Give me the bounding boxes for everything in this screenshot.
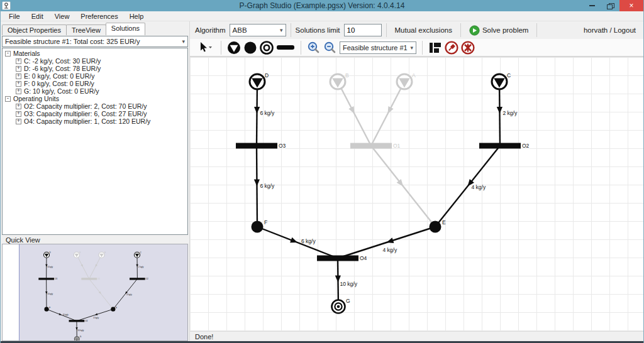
graph-node-c[interactable]: C <box>492 72 511 89</box>
collapse-icon[interactable]: - <box>5 96 11 102</box>
algorithm-value: ABB <box>233 26 247 34</box>
solution-selector-value: Feasible structure #1: Total cost: 325 E… <box>5 38 140 45</box>
graph-node-f[interactable]: F <box>44 307 50 312</box>
expand-icon[interactable]: + <box>16 58 21 64</box>
quick-view-panel: 6 kg/y6 kg/y2 kg/y4 kg/y6 kg/y4 kg/y10 k… <box>2 244 188 341</box>
select-tool-button[interactable] <box>195 40 216 55</box>
structure-select[interactable]: Feasible structure #1 ▾ <box>340 41 416 54</box>
algorithm-label: Algorithm <box>195 26 226 34</box>
user-logout-link[interactable]: horvath / Logout <box>584 26 636 34</box>
tree-item[interactable]: +F: 0 kg/y, Cost: 0 EUR/y <box>5 80 187 87</box>
graph-node-o2[interactable]: O2 <box>130 278 148 280</box>
zoom-out-button[interactable] <box>322 40 338 55</box>
menu-preferences[interactable]: Preferences <box>75 13 123 20</box>
graph-node-o1[interactable]: O1 <box>350 143 401 149</box>
menu-edit[interactable]: Edit <box>26 13 49 20</box>
graph-node-f[interactable]: F <box>252 219 268 233</box>
graph-node-o1[interactable]: O1 <box>81 278 100 280</box>
node-label: O2 <box>522 143 530 149</box>
node-label: G <box>346 298 350 304</box>
operating-unit-tool-button[interactable] <box>275 40 296 55</box>
graph-node-a[interactable]: A <box>99 251 106 258</box>
graph-node-c[interactable]: C <box>135 251 142 258</box>
node-label: C <box>140 251 142 254</box>
graph-node-b[interactable]: B <box>74 251 80 258</box>
edge-flow-label: 6 kg/y <box>63 313 69 316</box>
edge-flow-label: 6 kg/y <box>48 293 53 295</box>
tree-item[interactable]: +C: -2 kg/y, Cost: 30 EUR/y <box>5 57 187 65</box>
product-material-tool-button[interactable] <box>258 40 275 55</box>
mutual-exclusions-button[interactable]: Mutual exclusions <box>391 24 456 36</box>
graph-node-g[interactable]: G <box>332 298 350 313</box>
menu-view[interactable]: View <box>49 13 75 20</box>
tree-item[interactable]: -Materials <box>5 50 187 57</box>
solver-toolbar: Algorithm ABB ▾ Solutions limit Mutual e… <box>190 21 643 39</box>
toolbar-separator <box>301 41 301 55</box>
graph-node-d[interactable]: D <box>250 72 269 89</box>
tree-item[interactable]: -Operating Units <box>5 95 187 102</box>
expand-icon[interactable]: + <box>16 111 21 117</box>
tree-item[interactable]: +E: 0 kg/y, Cost: 0 EUR/y <box>5 72 187 80</box>
graph-node-b[interactable]: B <box>330 72 349 89</box>
expand-icon[interactable]: + <box>16 66 21 72</box>
toolbar-separator <box>422 41 423 55</box>
graph-node-a[interactable]: A <box>397 72 416 89</box>
app-window: P-Graph Studio (Example.pgsx) Version: 4… <box>0 0 644 343</box>
tree-item-label: D: -6 kg/y, Cost: 78 EUR/y <box>24 65 101 72</box>
structure-list-button[interactable] <box>427 40 443 55</box>
graph-node-o2[interactable]: O2 <box>479 143 530 149</box>
product-material-icon <box>260 41 274 55</box>
graph-node-o4[interactable]: O4 <box>317 255 367 261</box>
pin-structure-button[interactable] <box>443 40 460 55</box>
maximize-button[interactable] <box>601 0 619 11</box>
tree-item[interactable]: +G: 10 kg/y, Cost: 0 EUR/y <box>5 87 187 95</box>
tree-item[interactable]: +O4: Capacity multiplier: 1, Cost: 120 E… <box>5 117 187 125</box>
minimize-button[interactable] <box>583 0 601 11</box>
close-icon: × <box>629 1 633 10</box>
expand-icon[interactable]: + <box>16 89 21 94</box>
quick-view-canvas[interactable]: 6 kg/y6 kg/y2 kg/y4 kg/y6 kg/y4 kg/y10 k… <box>19 244 187 340</box>
tree-item[interactable]: +O3: Capacity multiplier: 6, Cost: 27 EU… <box>5 110 187 117</box>
raw-material-icon <box>227 41 241 55</box>
edge-flow-label: 10 kg/y <box>340 281 358 287</box>
tree-item[interactable]: +D: -6 kg/y, Cost: 78 EUR/y <box>5 65 187 72</box>
collapse-icon[interactable]: - <box>5 51 11 57</box>
unpin-structure-button[interactable] <box>460 40 476 55</box>
tree-item-label: E: 0 kg/y, Cost: 0 EUR/y <box>24 72 94 80</box>
tab-treeview[interactable]: TreeView <box>66 24 106 35</box>
menu-file[interactable]: File <box>3 13 26 20</box>
graph-canvas[interactable]: 6 kg/y6 kg/y2 kg/y4 kg/y6 kg/y4 kg/y10 k… <box>190 57 643 331</box>
graph-node-o3[interactable]: O3 <box>38 278 57 280</box>
title-bar: P-Graph Studio (Example.pgsx) Version: 4… <box>1 0 643 11</box>
graph-node-o3[interactable]: O3 <box>236 143 286 149</box>
zoom-out-icon <box>323 41 337 55</box>
solution-selector[interactable]: Feasible structure #1: Total cost: 325 E… <box>2 36 188 47</box>
expand-icon[interactable]: + <box>16 81 21 87</box>
left-panel: Object PropertiesTreeViewSolutions Feasi… <box>1 21 189 341</box>
toolbar-separator <box>386 23 387 37</box>
expand-icon[interactable]: + <box>16 119 21 124</box>
graph-node-d[interactable]: D <box>44 251 52 258</box>
edge-flow-label: 6 kg/y <box>48 266 53 268</box>
zoom-in-button[interactable] <box>306 40 322 55</box>
solutions-limit-input[interactable] <box>344 24 382 36</box>
intermediate-material-tool-button[interactable] <box>242 40 258 55</box>
graph-node-g[interactable]: G <box>74 335 81 341</box>
expand-icon[interactable]: + <box>16 104 21 109</box>
edge-flow-label: 6 kg/y <box>260 110 275 116</box>
raw-material-tool-button[interactable] <box>226 40 242 55</box>
algorithm-select[interactable]: ABB ▾ <box>230 24 286 36</box>
tree-item[interactable]: +O2: Capacity multiplier: 2, Cost: 70 EU… <box>5 102 187 110</box>
chevron-down-icon: ▾ <box>410 45 413 51</box>
solve-problem-button[interactable]: Solve problem <box>465 23 533 38</box>
structure-select-value: Feasible structure #1 <box>343 44 408 52</box>
close-button[interactable]: × <box>619 0 643 11</box>
tab-object-properties[interactable]: Object Properties <box>2 24 67 35</box>
tab-solutions[interactable]: Solutions <box>106 23 145 35</box>
graph-node-o4[interactable]: O4 <box>69 320 88 322</box>
chevron-down-icon <box>209 46 212 48</box>
expand-icon[interactable]: + <box>16 74 21 79</box>
node-label: A <box>412 72 416 79</box>
menu-help[interactable]: Help <box>124 13 150 20</box>
right-panel: Algorithm ABB ▾ Solutions limit Mutual e… <box>189 21 643 341</box>
